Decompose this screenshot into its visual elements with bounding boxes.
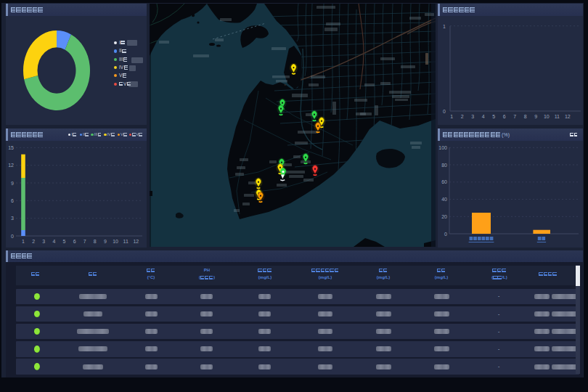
svg-text:5: 5 (63, 239, 66, 244)
svg-text:11: 11 (555, 114, 560, 119)
svg-text:8: 8 (524, 114, 527, 119)
svg-text:3: 3 (11, 216, 14, 221)
svg-text:6: 6 (73, 239, 76, 244)
svg-text:2: 2 (32, 239, 35, 244)
svg-text:12: 12 (565, 114, 571, 119)
svg-text:10: 10 (113, 239, 118, 244)
svg-text:100: 100 (438, 145, 447, 150)
svg-text:6: 6 (503, 114, 506, 119)
svg-text:1: 1 (22, 239, 25, 244)
svg-text:9: 9 (534, 114, 537, 119)
svg-text:7: 7 (83, 239, 86, 244)
svg-text:10: 10 (544, 114, 550, 119)
svg-text:9: 9 (104, 239, 107, 244)
svg-text:0: 0 (11, 234, 14, 239)
svg-text:1: 1 (450, 114, 453, 119)
svg-text:0: 0 (444, 232, 447, 237)
svg-text:12: 12 (133, 239, 139, 244)
svg-text:1: 1 (443, 24, 446, 29)
svg-text:2: 2 (461, 114, 464, 119)
svg-text:20: 20 (441, 214, 447, 219)
svg-text:0: 0 (443, 109, 446, 114)
svg-text:15: 15 (8, 145, 14, 150)
svg-text:80: 80 (441, 163, 447, 168)
svg-text:5: 5 (492, 114, 495, 119)
svg-text:40: 40 (441, 197, 447, 202)
svg-text:4: 4 (52, 239, 55, 244)
svg-text:12: 12 (8, 163, 14, 168)
svg-text:60: 60 (441, 179, 447, 184)
svg-text:8: 8 (94, 239, 97, 244)
svg-text:4: 4 (482, 114, 485, 119)
svg-text:3: 3 (42, 239, 45, 244)
svg-text:11: 11 (123, 239, 128, 244)
svg-text:9: 9 (11, 181, 14, 186)
svg-text:3: 3 (471, 114, 474, 119)
svg-text:7: 7 (513, 114, 516, 119)
svg-text:6: 6 (11, 198, 14, 203)
